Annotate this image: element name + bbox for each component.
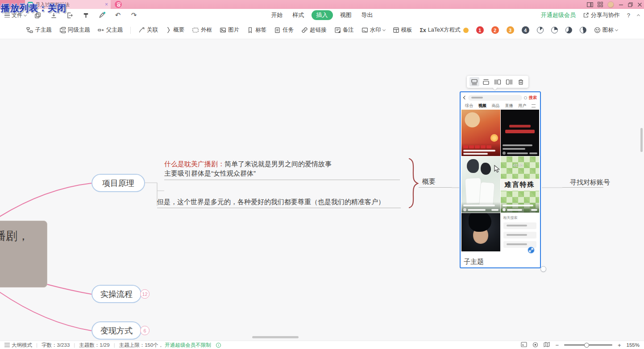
- menu-export[interactable]: 导出: [359, 10, 376, 20]
- priority-2-button[interactable]: 2: [491, 26, 499, 34]
- zoom-slider-knob[interactable]: [584, 343, 589, 348]
- note-label: 备注: [343, 26, 354, 34]
- priority-3-button[interactable]: 3: [507, 26, 514, 34]
- phone-search-button: 搜索: [529, 95, 537, 101]
- collapsed-count-badge[interactable]: 12: [140, 289, 150, 299]
- node-summary[interactable]: 概要: [422, 177, 436, 186]
- minimap-button[interactable]: [544, 342, 550, 348]
- image-below-text-button[interactable]: [469, 77, 479, 86]
- image-above-text-button[interactable]: [481, 77, 491, 86]
- menu-insert[interactable]: 插入: [312, 10, 333, 20]
- image-right-of-text-button[interactable]: [504, 77, 514, 86]
- horizontal-scrollbar[interactable]: [252, 336, 299, 338]
- related-search-item: [503, 232, 537, 238]
- zoom-in-button[interactable]: +: [618, 342, 621, 349]
- filter-icon: [532, 104, 536, 107]
- zoom-out-button[interactable]: −: [555, 342, 559, 349]
- divider: |: [74, 342, 75, 348]
- icons-button[interactable]: 图标: [594, 26, 618, 34]
- progress-12-icon[interactable]: [537, 27, 544, 33]
- template-button[interactable]: 模板: [393, 26, 412, 34]
- layout-split-icon[interactable]: [587, 2, 593, 7]
- redo-button[interactable]: ↷: [129, 10, 139, 20]
- vip-badge-icon: [463, 28, 469, 33]
- gear-icon: [524, 96, 527, 99]
- node-diversity-text[interactable]: 但是，这个世界是多元的，各种爱好的我们都要尊重（也是我们的精准客户）: [157, 197, 401, 208]
- window-controls: [587, 0, 642, 9]
- app-window: 月入过万新玩法 ×: [0, 0, 644, 349]
- node-label: 项目原理: [102, 178, 134, 189]
- restore-button[interactable]: [628, 2, 633, 7]
- node-what-is-text[interactable]: 什么是耽美广播剧：简单了来说就是男男之间的爱情故事 主要吸引群体是“女性观众群体…: [164, 159, 400, 180]
- sibling-topic-button[interactable]: 同级主题: [59, 26, 90, 34]
- priority-1-button[interactable]: 1: [476, 26, 484, 34]
- phone-related-search-panel: 相关搜索: [501, 213, 540, 251]
- locate-center-button[interactable]: [532, 342, 538, 349]
- related-search-title: 相关搜索: [503, 215, 537, 220]
- phone-screenshot-image: 搜索 综合 视频 商品 直播 用户: [461, 93, 539, 257]
- parent-topic-button[interactable]: 父主题: [98, 26, 123, 34]
- laser-pen-button[interactable]: [97, 10, 107, 20]
- close-button[interactable]: [637, 2, 642, 7]
- phone-card-black: [501, 110, 540, 156]
- chevron-down-icon: [615, 28, 618, 31]
- new-tab-paw-button[interactable]: [114, 0, 122, 8]
- image-button[interactable]: 图片: [220, 26, 239, 34]
- zoom-slider[interactable]: [564, 345, 612, 345]
- image-resize-handle[interactable]: [527, 246, 535, 254]
- node-monetization[interactable]: 变现方式: [91, 321, 141, 340]
- playlist-overlay-caption: 播放列表：关闭: [1, 2, 66, 14]
- node-project-principle[interactable]: 项目原理: [91, 174, 145, 192]
- format-painter-icon[interactable]: [81, 10, 91, 20]
- task-button[interactable]: 任务: [274, 26, 294, 34]
- note-button[interactable]: 备注: [334, 26, 354, 34]
- chevron-down-icon: [382, 28, 386, 31]
- progress-25-icon[interactable]: [551, 27, 558, 33]
- progress-50-icon[interactable]: [580, 27, 586, 33]
- phone-tab: 商品: [492, 103, 500, 109]
- topic-count: 主题数：1/29: [79, 342, 109, 349]
- menu-style[interactable]: 样式: [290, 10, 307, 20]
- icons-label: 图标: [602, 26, 614, 34]
- share-collaborate-button[interactable]: 分享与协作: [583, 11, 620, 19]
- watermark-button[interactable]: 水印: [361, 26, 385, 34]
- delete-image-button[interactable]: [516, 77, 526, 86]
- subtopic-text[interactable]: 子主题: [464, 258, 484, 266]
- help-button[interactable]: ?: [627, 12, 630, 19]
- user-avatar[interactable]: [607, 1, 614, 8]
- menu-start[interactable]: 开始: [269, 10, 286, 20]
- progress-62-icon[interactable]: [565, 27, 572, 33]
- phone-search-header: 搜索: [461, 93, 539, 102]
- divider: |: [114, 342, 115, 348]
- tag-button[interactable]: 标签: [247, 26, 266, 34]
- priority-4-button[interactable]: 4: [522, 26, 529, 34]
- vertical-scrollbar[interactable]: [640, 128, 643, 152]
- node-label: 实操流程: [100, 289, 133, 300]
- phone-tab: 综合: [465, 103, 473, 109]
- apps-grid-icon[interactable]: [598, 2, 603, 7]
- minimize-button[interactable]: [619, 2, 623, 7]
- subtopic-button[interactable]: 子主题: [26, 26, 52, 34]
- upgrade-unlimited-link[interactable]: 开通超级会员不限制: [165, 342, 211, 349]
- latex-button[interactable]: Σx LaTeX方程式: [420, 26, 469, 34]
- selected-image-node[interactable]: 搜索 综合 视频 商品 直播 用户: [460, 91, 541, 268]
- phone-result-tabs: 综合 视频 商品 直播 用户: [461, 102, 539, 110]
- collapsed-count-badge[interactable]: 6: [140, 326, 150, 335]
- summary-button[interactable]: 概要: [166, 26, 184, 34]
- outline-mode-button[interactable]: 大纲模式: [4, 342, 32, 349]
- image-left-of-text-button[interactable]: [493, 77, 503, 86]
- mindmap-canvas[interactable]: 播剧， 项目原理 什么是耽美广播剧：简单了来说就是男男之间的爱情故事 主要吸引群…: [0, 39, 644, 341]
- relationship-button[interactable]: 关联: [138, 26, 158, 34]
- node-practical-process[interactable]: 实操流程: [91, 285, 141, 303]
- hyperlink-button[interactable]: 超链接: [301, 26, 327, 34]
- fit-screen-button[interactable]: [521, 342, 527, 348]
- tab-close-icon[interactable]: ×: [105, 1, 108, 8]
- node-find-benchmark[interactable]: 寻找对标账号: [570, 178, 610, 187]
- node-corner-handle[interactable]: [540, 266, 546, 272]
- upgrade-membership-link[interactable]: 开通超级会员: [541, 11, 576, 19]
- undo-button[interactable]: ↶: [113, 10, 123, 20]
- collapse-toolbar-icon[interactable]: [637, 14, 640, 17]
- menu-view[interactable]: 视图: [337, 10, 354, 20]
- clipped-root-node[interactable]: 播剧，: [0, 221, 47, 287]
- boundary-button[interactable]: 外框: [192, 26, 212, 34]
